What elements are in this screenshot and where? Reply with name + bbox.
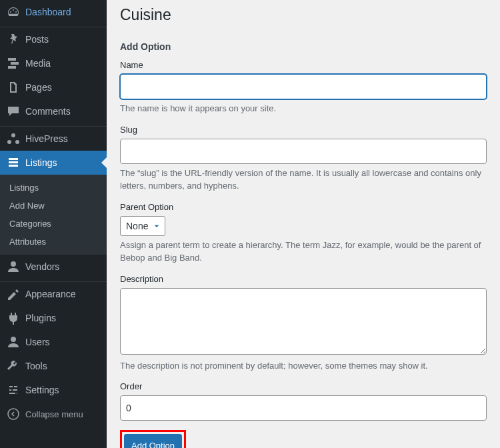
sidebar-item-listings[interactable]: Listings <box>0 151 107 175</box>
sidebar-item-label: Plugins <box>25 313 56 323</box>
sidebar-item-label: Dashboard <box>25 7 71 17</box>
main-content: Cuisine Add Option Name The name is how … <box>107 0 500 448</box>
sidebar-item-label: Users <box>25 337 50 347</box>
submenu-item-categories[interactable]: Categories <box>0 215 107 233</box>
dashboard-icon <box>7 5 20 19</box>
pin-icon <box>7 33 20 46</box>
collapse-menu-label: Collapse menu <box>25 409 83 419</box>
sidebar-item-settings[interactable]: Settings <box>0 378 107 402</box>
sidebar-item-dashboard[interactable]: Dashboard <box>0 0 107 24</box>
tools-icon <box>7 359 20 373</box>
media-icon <box>7 57 20 70</box>
slug-label: Slug <box>120 125 487 135</box>
sidebar-item-comments[interactable]: Comments <box>0 99 107 123</box>
collapse-menu-button[interactable]: Collapse menu <box>0 402 107 426</box>
admin-sidebar: Dashboard Posts Media Pages Comments Hiv… <box>0 0 107 448</box>
sidebar-item-label: Posts <box>25 34 49 45</box>
name-help: The name is how it appears on your site. <box>120 102 487 115</box>
vendor-icon <box>7 260 20 273</box>
form-group-parent: Parent Option None Assign a parent term … <box>120 202 487 265</box>
sidebar-item-tools[interactable]: Tools <box>0 354 107 378</box>
order-label: Order <box>120 381 487 391</box>
hivepress-icon <box>7 132 20 145</box>
user-icon <box>7 335 20 349</box>
sidebar-item-label: Comments <box>25 106 71 117</box>
svg-point-0 <box>8 409 19 419</box>
comment-icon <box>7 105 20 118</box>
description-help: The description is not prominent by defa… <box>120 359 487 373</box>
sidebar-item-users[interactable]: Users <box>0 330 107 354</box>
form-group-order: Order <box>120 381 487 421</box>
sidebar-item-label: HivePress <box>25 133 68 144</box>
settings-icon <box>7 383 20 397</box>
appearance-icon <box>7 287 20 301</box>
sidebar-submenu: Listings Add New Categories Attributes <box>0 175 107 255</box>
submenu-item-listings[interactable]: Listings <box>0 179 107 197</box>
submenu-item-attributes[interactable]: Attributes <box>0 233 107 251</box>
sidebar-item-label: Media <box>25 58 51 69</box>
sidebar-item-hivepress[interactable]: HivePress <box>0 127 107 151</box>
sidebar-item-label: Pages <box>25 82 52 93</box>
form-group-name: Name The name is how it appears on your … <box>120 60 487 115</box>
form-group-description: Description The description is not promi… <box>120 274 487 373</box>
parent-help: Assign a parent term to create a hierarc… <box>120 239 487 265</box>
parent-select[interactable]: None <box>120 216 165 236</box>
sidebar-item-pages[interactable]: Pages <box>0 75 107 99</box>
sidebar-item-posts[interactable]: Posts <box>0 27 107 51</box>
submenu-item-add-new[interactable]: Add New <box>0 197 107 215</box>
page-title: Cuisine <box>120 0 487 33</box>
plugin-icon <box>7 311 20 325</box>
form-group-slug: Slug The “slug” is the URL-friendly vers… <box>120 125 487 193</box>
sidebar-item-media[interactable]: Media <box>0 51 107 75</box>
add-option-button[interactable]: Add Option <box>124 434 182 448</box>
slug-input[interactable] <box>120 139 487 164</box>
description-label: Description <box>120 274 487 284</box>
collapse-icon <box>7 407 20 421</box>
page-icon <box>7 81 20 94</box>
name-input[interactable] <box>120 74 487 99</box>
form-section-title: Add Option <box>120 41 487 52</box>
name-label: Name <box>120 60 487 70</box>
slug-help: The “slug” is the URL-friendly version o… <box>120 167 487 193</box>
sidebar-item-label: Vendors <box>25 261 59 272</box>
description-textarea[interactable] <box>120 288 487 355</box>
sidebar-item-vendors[interactable]: Vendors <box>0 255 107 279</box>
highlight-box: Add Option <box>120 430 186 448</box>
sidebar-item-plugins[interactable]: Plugins <box>0 306 107 330</box>
listings-icon <box>7 156 20 169</box>
sidebar-item-label: Tools <box>25 361 47 371</box>
sidebar-item-label: Appearance <box>25 289 76 299</box>
sidebar-item-label: Listings <box>25 157 57 168</box>
order-input[interactable] <box>120 395 487 421</box>
sidebar-item-label: Settings <box>25 385 59 395</box>
sidebar-item-appearance[interactable]: Appearance <box>0 282 107 306</box>
parent-label: Parent Option <box>120 202 487 212</box>
